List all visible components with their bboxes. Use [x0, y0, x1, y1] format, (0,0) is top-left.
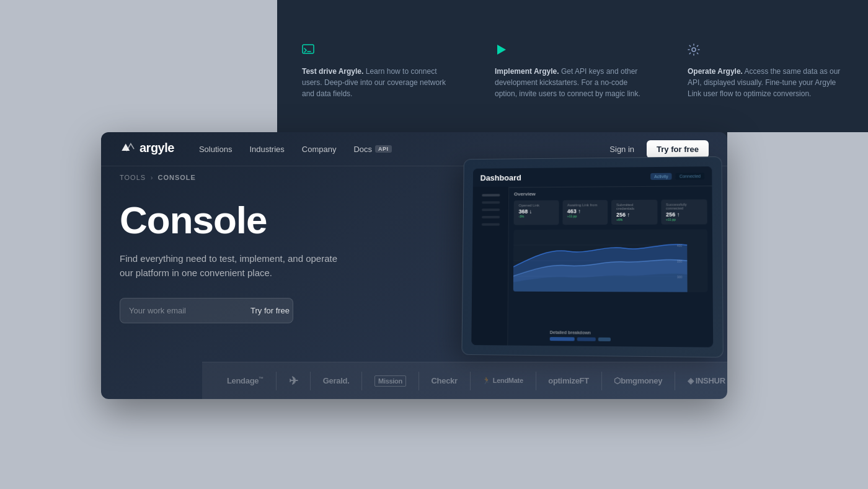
main-card: argyle Solutions Industries Company Docs… [101, 132, 727, 399]
bg-features-section: Test drive Argyle. Learn how to connect … [277, 0, 868, 130]
svg-marker-2 [497, 45, 506, 55]
feature-operate: Operate Argyle. Access the same data as … [688, 43, 843, 99]
logo-mission: Mission [374, 375, 406, 387]
feature-implement-text: Implement Argyle. Get API keys and other… [495, 66, 650, 99]
email-form: Try for free → [120, 298, 293, 323]
logo-plane: ✈ [289, 374, 298, 388]
logos-divider-5 [470, 372, 471, 390]
breadcrumb-separator: › [151, 174, 153, 181]
nav-solutions[interactable]: Solutions [199, 145, 232, 154]
logos-bar: Lendage™ ✈ Gerald. Mission Checkr 🏃 Lend… [202, 362, 727, 399]
breadcrumb-tools[interactable]: TOOLS [120, 174, 146, 181]
play-icon [495, 43, 510, 58]
logo-lendage: Lendage™ [227, 376, 264, 385]
logo-checkr: Checkr [431, 376, 457, 385]
svg-point-3 [692, 48, 696, 52]
nav-actions: Sign in Try for free [609, 140, 709, 158]
logo-gerald: Gerald. [323, 376, 350, 385]
signin-link[interactable]: Sign in [609, 145, 634, 154]
settings-icon [688, 43, 702, 58]
email-input[interactable] [120, 298, 242, 323]
feature-test-drive-text: Test drive Argyle. Learn how to connect … [302, 66, 458, 99]
logos-divider-3 [361, 372, 362, 390]
terminal-icon [302, 43, 317, 58]
feature-operate-text: Operate Argyle. Access the same data as … [688, 66, 843, 99]
bg-gray-right [727, 132, 868, 489]
try-free-button[interactable]: Try for free → [242, 298, 293, 323]
logo-lendmate: 🏃 LendMate [482, 377, 523, 385]
logos-divider-7 [601, 372, 602, 390]
hero-title: Console [120, 200, 709, 240]
logos-divider-4 [418, 372, 419, 390]
logos-divider-6 [536, 372, 536, 390]
logos-divider-2 [310, 372, 311, 390]
nav-industries[interactable]: Industries [249, 145, 284, 154]
api-badge: API [375, 145, 392, 153]
arrow-icon: → [293, 306, 293, 315]
logo-optimizeft: optimizeFT [548, 376, 589, 385]
dashboard-breakdown: Detailed breakdown [550, 330, 708, 342]
hero-subtitle: Find everything need to test, implement,… [120, 251, 343, 280]
nav-company[interactable]: Company [302, 145, 337, 154]
logo-inshur: ◈ INSHUR [688, 376, 725, 385]
logo-bmgmoney: ⬡bmgmoney [614, 376, 662, 385]
logos-divider-1 [276, 372, 277, 390]
nav-links: Solutions Industries Company Docs API [199, 145, 609, 154]
logos-divider-8 [675, 372, 675, 390]
nav-docs[interactable]: Docs API [353, 145, 391, 154]
feature-test-drive: Test drive Argyle. Learn how to connect … [302, 43, 458, 99]
hero-section: Console Find everything need to test, im… [101, 181, 727, 323]
logo[interactable]: argyle [120, 141, 174, 158]
breadcrumb-console: CONSOLE [157, 174, 195, 181]
bg-top-gray [0, 0, 277, 132]
nav-try-button[interactable]: Try for free [647, 140, 709, 158]
bg-gray-left [0, 132, 101, 489]
feature-implement: Implement Argyle. Get API keys and other… [495, 43, 650, 99]
